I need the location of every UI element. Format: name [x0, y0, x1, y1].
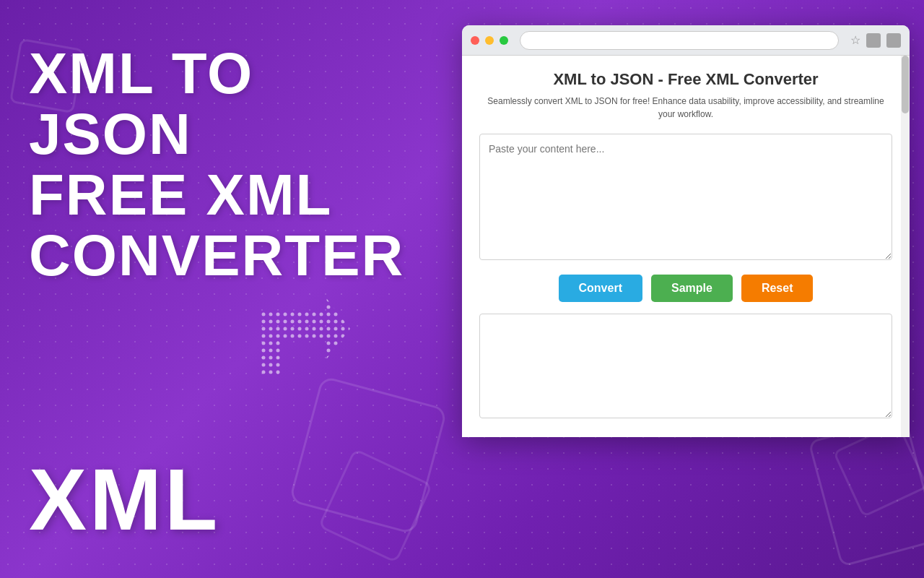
json-output[interactable]: [479, 314, 892, 418]
page-title: XML to JSON - Free XML Converter: [479, 70, 892, 89]
page-subtitle: Seamlessly convert XML to JSON for free!…: [479, 95, 892, 121]
browser-content-area: XML to JSON - Free XML Converter Seamles…: [462, 56, 910, 437]
svg-rect-2: [245, 282, 354, 390]
xml-label: XML: [29, 449, 220, 549]
title-line2: FREE XML CONVERTER: [29, 163, 404, 288]
star-icon[interactable]: ☆: [850, 33, 860, 47]
title-line1: XML TO JSON: [29, 41, 253, 166]
reset-button[interactable]: Reset: [741, 275, 814, 302]
left-content: XML TO JSON FREE XML CONVERTER: [29, 43, 433, 286]
sample-button[interactable]: Sample: [651, 275, 733, 302]
extension-icon[interactable]: [866, 33, 881, 48]
browser-dot-red[interactable]: [471, 36, 479, 45]
browser-dot-yellow[interactable]: [485, 36, 494, 45]
browser-chrome: ☆: [462, 25, 910, 56]
browser-window: ☆ XML to JSON - Free XML Converter Seaml…: [462, 25, 910, 437]
arrow-icon: [245, 282, 354, 390]
menu-icon[interactable]: [886, 33, 901, 48]
main-title: XML TO JSON FREE XML CONVERTER: [29, 43, 433, 286]
address-bar[interactable]: [520, 31, 839, 50]
button-row: Convert Sample Reset: [479, 275, 892, 302]
browser-dot-green[interactable]: [500, 36, 508, 45]
convert-button[interactable]: Convert: [559, 275, 642, 302]
scrollbar-thumb[interactable]: [902, 56, 909, 113]
scrollbar[interactable]: [901, 56, 910, 437]
xml-input[interactable]: [479, 134, 892, 260]
